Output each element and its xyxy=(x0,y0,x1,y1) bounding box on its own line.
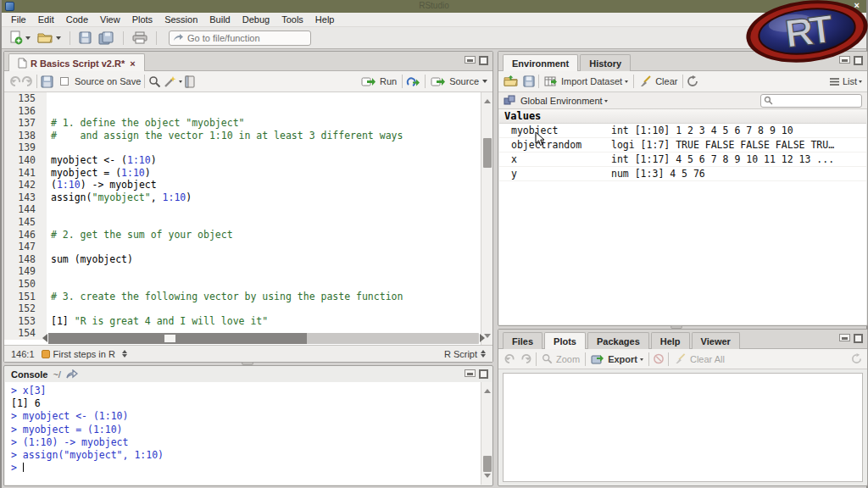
menu-item-plots[interactable]: Plots xyxy=(126,13,159,27)
forward-icon[interactable] xyxy=(21,75,33,87)
import-dataset-label: Import Dataset xyxy=(561,76,622,86)
scroll-down-icon[interactable] xyxy=(484,474,491,481)
source-button[interactable]: Source xyxy=(429,75,481,89)
tab-environment[interactable]: Environment xyxy=(503,54,578,71)
editor-tab[interactable]: R Basics Script v2.R* × xyxy=(8,53,145,71)
search-icon xyxy=(764,96,773,105)
save-workspace-icon[interactable] xyxy=(523,75,535,87)
menu-item-file[interactable]: File xyxy=(5,13,32,27)
source-caret-icon[interactable] xyxy=(482,80,487,86)
rerun-icon[interactable] xyxy=(406,76,421,87)
refresh-plots-icon[interactable] xyxy=(851,353,862,364)
line-number: 152 xyxy=(4,302,47,315)
remove-plot-icon[interactable] xyxy=(653,353,665,364)
editor-minimize-button[interactable] xyxy=(465,56,476,64)
tab-help[interactable]: Help xyxy=(651,332,690,349)
goto-directory-icon[interactable] xyxy=(66,369,78,379)
section-navigator[interactable]: First steps in R xyxy=(42,347,127,360)
compile-notebook-icon[interactable] xyxy=(184,75,196,88)
right-splitter-grip[interactable] xyxy=(670,325,682,329)
file-type-selector[interactable]: R Script xyxy=(444,347,486,360)
import-dataset-button[interactable]: Import Dataset xyxy=(542,75,630,89)
code-text xyxy=(47,278,51,291)
console-maximize-button[interactable] xyxy=(479,369,488,379)
next-plot-icon[interactable] xyxy=(520,353,532,364)
save-icon[interactable] xyxy=(41,75,53,88)
scroll-thumb[interactable] xyxy=(483,456,492,472)
zoom-plot-button[interactable]: Zoom xyxy=(540,352,581,366)
tab-history[interactable]: History xyxy=(580,54,631,71)
run-button[interactable]: Run xyxy=(359,75,398,89)
environment-object-row[interactable]: myobjectint [1:10] 1 2 3 4 5 6 7 8 9 10 xyxy=(499,124,866,138)
scroll-up-icon[interactable] xyxy=(484,385,491,393)
clear-all-plots-button[interactable]: Clear All xyxy=(672,352,726,366)
source-on-save-checkbox[interactable] xyxy=(60,77,69,86)
tab-plots[interactable]: Plots xyxy=(544,332,586,349)
goto-file-input[interactable] xyxy=(187,33,298,43)
tab-viewer[interactable]: Viewer xyxy=(692,332,740,349)
back-icon[interactable] xyxy=(9,75,21,87)
menu-item-debug[interactable]: Debug xyxy=(236,13,275,27)
plots-tabstrip: FilesPlotsPackagesHelpViewer xyxy=(498,330,867,349)
editor-toolbar: Source on Save Run Source xyxy=(4,71,492,92)
code-text: # and assign the vector 1:10 in at least… xyxy=(47,130,403,142)
environment-object-row[interactable]: ynum [1:3] 4 5 76 xyxy=(499,167,866,181)
console-output[interactable]: > x[3][1] 6> myobject <- (1:10)> myobjec… xyxy=(5,382,481,485)
console-scrollbar[interactable] xyxy=(481,382,492,485)
editor-maximize-button[interactable] xyxy=(479,56,488,65)
print-button[interactable] xyxy=(131,30,149,46)
code-text xyxy=(47,105,51,118)
editor-horizontal-scrollbar[interactable] xyxy=(48,333,479,344)
editor-vertical-scrollbar[interactable] xyxy=(481,92,492,345)
save-all-button[interactable] xyxy=(97,30,116,47)
save-button[interactable] xyxy=(77,30,93,46)
export-plot-button[interactable]: Export xyxy=(589,352,645,366)
horizontal-splitter-grip[interactable] xyxy=(242,362,253,365)
search-icon[interactable] xyxy=(148,75,161,88)
clear-all-label: Clear All xyxy=(690,354,725,364)
line-number: 147 xyxy=(4,241,47,253)
hscroll-thumb[interactable] xyxy=(48,333,307,344)
scroll-right-icon[interactable] xyxy=(480,334,489,342)
menu-item-edit[interactable]: Edit xyxy=(32,13,60,27)
menu-item-view[interactable]: View xyxy=(94,13,126,27)
goto-file-search[interactable] xyxy=(169,30,311,46)
code-token: [1] xyxy=(51,315,75,327)
open-file-button[interactable] xyxy=(36,30,63,46)
load-workspace-icon[interactable] xyxy=(504,75,519,87)
code-line: 145 xyxy=(4,216,492,229)
section-icon xyxy=(42,350,50,358)
code-editor[interactable]: 135136137# 1. define the object "myobjec… xyxy=(4,92,492,345)
menu-item-build[interactable]: Build xyxy=(203,13,236,27)
plots-maximize-button[interactable] xyxy=(854,334,863,343)
console-minimize-button[interactable] xyxy=(465,369,476,377)
environment-scope-label[interactable]: Global Environment xyxy=(520,96,603,106)
environment-object-row[interactable]: objectrandomlogi [1:7] TRUE FALSE FALSE … xyxy=(499,138,866,152)
line-number: 149 xyxy=(4,265,47,278)
tab-files[interactable]: Files xyxy=(503,332,542,349)
code-line: 153[1] "R is great 4 and I will love it" xyxy=(4,315,492,328)
refresh-icon[interactable] xyxy=(687,75,698,87)
menu-item-session[interactable]: Session xyxy=(159,13,203,27)
editor-tab-close-icon[interactable]: × xyxy=(130,58,135,69)
previous-plot-icon[interactable] xyxy=(504,353,515,364)
scroll-up-icon[interactable] xyxy=(484,96,491,103)
tab-packages[interactable]: Packages xyxy=(587,332,649,349)
environment-search[interactable] xyxy=(760,94,862,108)
environment-object-row[interactable]: xint [1:17] 4 5 6 7 8 9 10 11 12 13 ... xyxy=(499,152,866,167)
scroll-thumb[interactable] xyxy=(483,138,492,169)
code-tools-button[interactable] xyxy=(161,74,184,90)
scroll-left-icon[interactable] xyxy=(38,334,47,342)
list-view-icon[interactable] xyxy=(829,77,840,86)
plots-minimize-button[interactable] xyxy=(839,334,850,341)
menu-item-code[interactable]: Code xyxy=(60,13,94,27)
clear-button[interactable]: Clear xyxy=(637,74,679,89)
code-line: 148sum (myobject) xyxy=(4,253,492,266)
code-token: # 3. create the following vector by usin… xyxy=(51,291,403,302)
menu-item-help[interactable]: Help xyxy=(309,13,341,27)
environment-scope-caret-icon[interactable] xyxy=(604,100,608,104)
list-view-label[interactable]: List xyxy=(843,76,857,86)
new-file-button[interactable] xyxy=(7,29,32,47)
menu-item-tools[interactable]: Tools xyxy=(275,13,309,27)
environment-search-input[interactable] xyxy=(776,96,852,106)
